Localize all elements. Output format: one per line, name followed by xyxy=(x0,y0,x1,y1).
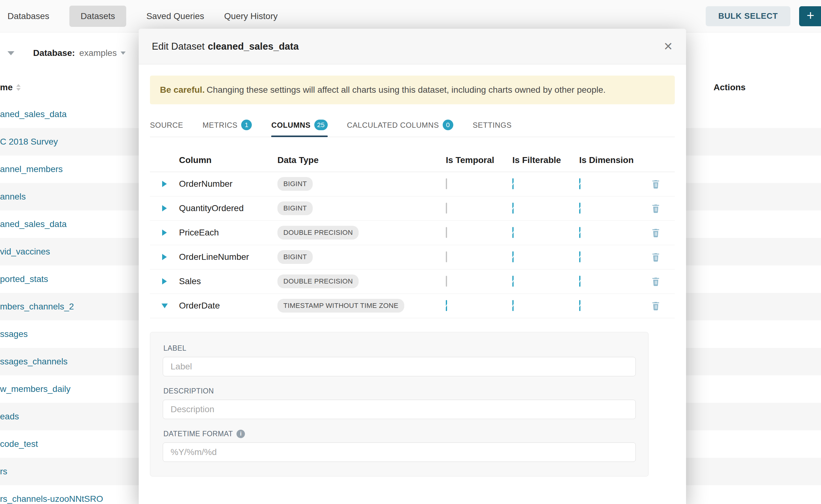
is-temporal-checkbox[interactable] xyxy=(446,300,447,311)
is-filterable-header: Is Filterable xyxy=(512,155,579,165)
expand-caret-icon[interactable] xyxy=(162,230,167,236)
tab-source[interactable]: SOURCE xyxy=(150,112,183,137)
delete-cell xyxy=(655,301,675,311)
delete-column-icon[interactable] xyxy=(651,301,661,311)
is-dimension-checkbox[interactable] xyxy=(579,251,581,262)
topnav-right: BULK SELECT + xyxy=(706,6,821,26)
is-filterable-checkbox[interactable] xyxy=(512,203,514,214)
dataset-link[interactable]: annel_members xyxy=(0,164,63,174)
delete-column-icon[interactable] xyxy=(651,276,661,286)
expand-caret-icon[interactable] xyxy=(162,181,167,187)
columns-table: Column Data Type Is Temporal Is Filterab… xyxy=(150,149,675,318)
dataset-link[interactable]: aned_sales_data xyxy=(0,109,67,119)
is-dimension-checkbox[interactable] xyxy=(579,276,581,287)
column-name: QuantityOrdered xyxy=(179,203,277,213)
filter-caret-icon[interactable] xyxy=(7,51,14,55)
description-field-block: DESCRIPTION xyxy=(163,387,636,430)
description-input[interactable] xyxy=(163,400,636,419)
column-row: SalesDOUBLE PRECISION xyxy=(150,269,675,294)
is-temporal-checkbox[interactable] xyxy=(446,251,447,262)
delete-column-icon[interactable] xyxy=(651,252,661,262)
top-navigation-bar: DatabasesDatasetsSaved QueriesQuery Hist… xyxy=(0,0,821,32)
is-temporal-checkbox[interactable] xyxy=(446,227,447,238)
topnav-item-datasets[interactable]: Datasets xyxy=(69,6,126,27)
is-temporal-checkbox[interactable] xyxy=(446,276,447,287)
tab-label: COLUMNS xyxy=(271,121,310,130)
column-header: Column xyxy=(179,155,277,165)
tab-metrics[interactable]: METRICS1 xyxy=(202,112,252,137)
is-filterable-checkbox[interactable] xyxy=(512,227,514,238)
tab-settings[interactable]: SETTINGS xyxy=(473,112,512,137)
delete-column-icon[interactable] xyxy=(651,179,661,189)
dataset-link[interactable]: ssages xyxy=(0,329,28,339)
dataset-link[interactable]: w_members_daily xyxy=(0,384,71,394)
delete-cell xyxy=(655,203,675,213)
column-row: OrderLineNumberBIGINT xyxy=(150,245,675,269)
is-temporal-checkbox-cell xyxy=(446,228,512,238)
add-dataset-button[interactable]: + xyxy=(799,6,821,26)
dataset-link[interactable]: rs xyxy=(0,467,7,477)
expand-caret-icon[interactable] xyxy=(162,205,167,211)
is-temporal-checkbox[interactable] xyxy=(446,203,447,214)
dataset-link[interactable]: annels xyxy=(0,192,26,202)
column-name: OrderDate xyxy=(179,301,277,311)
is-filterable-checkbox[interactable] xyxy=(512,178,514,189)
delete-column-icon[interactable] xyxy=(651,203,661,213)
tab-label: CALCULATED COLUMNS xyxy=(347,121,439,130)
dataset-link[interactable]: vid_vaccines xyxy=(0,247,50,257)
topnav-item-databases[interactable]: Databases xyxy=(7,6,49,27)
data-type-pill: TIMESTAMP WITHOUT TIME ZONE xyxy=(277,299,404,313)
is-dimension-header: Is Dimension xyxy=(579,155,655,165)
dataset-link[interactable]: ported_stats xyxy=(0,274,48,284)
database-filter-value: examples xyxy=(79,48,117,58)
database-filter-dropdown[interactable]: examples xyxy=(79,48,126,58)
dataset-link[interactable]: mbers_channels_2 xyxy=(0,302,74,312)
dataset-link[interactable]: code_test xyxy=(0,439,38,449)
is-dimension-checkbox[interactable] xyxy=(579,227,581,238)
column-row: PriceEachDOUBLE PRECISION xyxy=(150,221,675,245)
column-name: PriceEach xyxy=(179,228,277,238)
dataset-link[interactable]: rs_channels-uzooNNtSRO xyxy=(0,494,103,504)
is-filterable-checkbox[interactable] xyxy=(512,300,514,311)
dataset-link[interactable]: eads xyxy=(0,412,19,422)
is-filterable-checkbox-cell xyxy=(512,276,579,286)
caret-cell xyxy=(150,205,179,211)
delete-cell xyxy=(655,179,675,189)
is-filterable-checkbox[interactable] xyxy=(512,251,514,262)
is-filterable-checkbox[interactable] xyxy=(512,276,514,287)
sort-icon[interactable] xyxy=(16,84,21,91)
tab-columns[interactable]: COLUMNS25 xyxy=(271,112,327,137)
delete-cell xyxy=(655,276,675,286)
topnav-item-saved-queries[interactable]: Saved Queries xyxy=(146,6,204,27)
dataset-link[interactable]: aned_sales_data xyxy=(0,219,67,229)
actions-column-header: Actions xyxy=(714,82,746,92)
is-dimension-checkbox[interactable] xyxy=(579,178,581,189)
caret-cell xyxy=(150,278,179,284)
modal-tabs: SOURCEMETRICS1COLUMNS25CALCULATED COLUMN… xyxy=(150,112,675,137)
is-dimension-checkbox[interactable] xyxy=(579,300,581,311)
close-icon[interactable]: ✕ xyxy=(664,41,673,52)
tab-count-badge: 1 xyxy=(241,120,252,130)
dataset-link[interactable]: C 2018 Survey xyxy=(0,137,58,147)
label-field-label: LABEL xyxy=(163,344,636,353)
is-dimension-checkbox[interactable] xyxy=(579,203,581,214)
dataset-link[interactable]: ssages_channels xyxy=(0,357,67,367)
is-dimension-checkbox-cell xyxy=(579,252,655,262)
is-temporal-checkbox[interactable] xyxy=(446,178,447,189)
columns-table-header: Column Data Type Is Temporal Is Filterab… xyxy=(150,149,675,172)
collapse-caret-icon[interactable] xyxy=(161,304,168,308)
is-dimension-checkbox-cell xyxy=(579,276,655,286)
expand-caret-icon[interactable] xyxy=(162,254,167,260)
data-type-cell: BIGINT xyxy=(277,177,446,191)
name-column-header[interactable]: me xyxy=(0,82,21,92)
topnav-item-query-history[interactable]: Query History xyxy=(224,6,278,27)
column-name: OrderLineNumber xyxy=(179,252,277,262)
expand-caret-icon[interactable] xyxy=(162,278,167,284)
column-row: OrderNumberBIGINT xyxy=(150,172,675,196)
delete-column-icon[interactable] xyxy=(651,228,661,238)
tab-calculated-columns[interactable]: CALCULATED COLUMNS0 xyxy=(347,112,453,137)
bulk-select-button[interactable]: BULK SELECT xyxy=(706,6,790,26)
label-input[interactable] xyxy=(163,357,636,376)
label-field-block: LABEL xyxy=(163,344,636,387)
datetime-format-input[interactable] xyxy=(163,442,636,462)
